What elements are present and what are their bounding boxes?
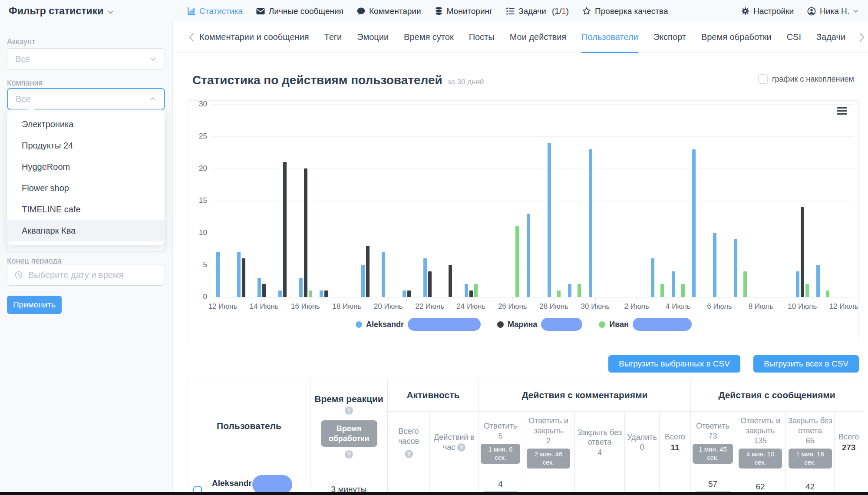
bar-иван-day26[interactable] bbox=[743, 271, 747, 297]
settings-label: Настройки bbox=[753, 7, 794, 16]
apply-button[interactable]: Применить bbox=[7, 296, 62, 314]
bar-марина-day13[interactable] bbox=[469, 290, 473, 297]
nav-item-личные-сообщения[interactable]: Личные сообщения bbox=[256, 7, 343, 16]
bar-иван-day18[interactable] bbox=[578, 284, 581, 297]
nav-item-комментарии[interactable]: Комментарии bbox=[356, 7, 421, 16]
tab-csi[interactable]: CSI bbox=[787, 22, 801, 53]
x-axis-label: 22 Июнь bbox=[410, 302, 449, 311]
sub-col-value: 135 bbox=[737, 436, 784, 446]
tab-пользователи[interactable]: Пользователи bbox=[581, 22, 638, 53]
sub-col-value: 65 bbox=[788, 436, 832, 446]
y-axis-label: 5 bbox=[191, 261, 207, 269]
bar-aleksandr-day24[interactable] bbox=[692, 149, 696, 297]
period-end-input[interactable]: Выберите дату и время bbox=[7, 264, 165, 286]
company-option[interactable]: Продукты 24 bbox=[7, 135, 165, 156]
legend-item-aleksandr[interactable]: Aleksandr bbox=[356, 318, 481, 331]
bar-марина-day4[interactable] bbox=[283, 162, 287, 297]
bar-иван-day17[interactable] bbox=[557, 290, 561, 297]
bar-aleksandr-day26[interactable] bbox=[734, 239, 737, 297]
bar-aleksandr-day3[interactable] bbox=[257, 278, 261, 297]
bar-aleksandr-day23[interactable] bbox=[672, 271, 675, 297]
bar-aleksandr-day10[interactable] bbox=[403, 290, 406, 297]
nav-item-задачи[interactable]: Задачи (1/1) bbox=[505, 7, 569, 16]
help-icon[interactable]: ? bbox=[345, 406, 353, 415]
tab-комментарии-и-сообщения[interactable]: Комментарии и сообщения bbox=[199, 22, 309, 53]
tab-экспорт[interactable]: Экспорт bbox=[653, 22, 686, 53]
bar-aleksandr-day16[interactable] bbox=[527, 214, 530, 297]
tab-задачи[interactable]: Задачи bbox=[816, 22, 845, 53]
bar-aleksandr-day6[interactable] bbox=[320, 290, 323, 297]
help-icon[interactable]: ? bbox=[457, 443, 465, 452]
bar-aleksandr-day17[interactable] bbox=[548, 143, 551, 297]
company-option[interactable]: Flower shop bbox=[7, 178, 165, 199]
bar-aleksandr-day18[interactable] bbox=[568, 284, 571, 297]
nav-item-мониторинг[interactable]: Мониторинг bbox=[434, 7, 492, 16]
tab-посты[interactable]: Посты bbox=[469, 22, 495, 53]
chart-menu-icon[interactable] bbox=[837, 107, 847, 116]
bar-марина-day12[interactable] bbox=[449, 265, 452, 297]
settings-button[interactable]: Настройки bbox=[741, 7, 794, 16]
company-option[interactable]: Аквапарк Ква bbox=[7, 220, 165, 241]
stacked-chart-checkbox[interactable]: график с накоплением bbox=[758, 74, 854, 84]
bar-aleksandr-day13[interactable] bbox=[465, 284, 468, 297]
bar-aleksandr-day5[interactable] bbox=[299, 278, 303, 297]
nav-item-проверка-качества[interactable]: Проверка качества bbox=[582, 7, 668, 16]
bar-aleksandr-day1[interactable] bbox=[216, 252, 220, 297]
legend-item-иван[interactable]: Иван bbox=[599, 318, 692, 331]
bar-иван-day22[interactable] bbox=[660, 284, 664, 297]
sub-col-всего-часов: Всего часов? bbox=[388, 412, 430, 473]
export-selected-csv-button[interactable]: Выгрузить выбранных в CSV bbox=[608, 355, 740, 373]
x-axis-tick bbox=[637, 297, 637, 300]
bar-иван-day15[interactable] bbox=[515, 226, 519, 297]
help-icon[interactable]: ? bbox=[405, 450, 413, 458]
bar-aleksandr-day8[interactable] bbox=[361, 265, 365, 297]
tabs-scroll-right-icon[interactable] bbox=[858, 33, 865, 42]
tab-теги[interactable]: Теги bbox=[324, 22, 342, 53]
company-option[interactable]: TIMELINE cafe bbox=[7, 199, 165, 220]
bar-aleksandr-day25[interactable] bbox=[713, 233, 716, 297]
bar-марина-day2[interactable] bbox=[242, 258, 245, 297]
table-row[interactable]: Aleksandr 3 минуты 4 57 62 bbox=[188, 473, 863, 492]
company-option[interactable]: Электроника bbox=[7, 114, 165, 135]
bar-марина-day8[interactable] bbox=[366, 246, 370, 297]
bar-марина-day6[interactable] bbox=[324, 290, 328, 297]
tab-эмоции[interactable]: Эмоции bbox=[357, 22, 389, 53]
x-axis-line bbox=[212, 297, 854, 297]
legend-item-марина[interactable]: Марина bbox=[497, 318, 582, 331]
account-select[interactable]: Все bbox=[7, 48, 165, 70]
bar-иван-day13[interactable] bbox=[474, 284, 478, 297]
bar-aleksandr-day9[interactable] bbox=[382, 252, 385, 297]
x-axis-tick bbox=[554, 297, 554, 300]
bar-марина-day29[interactable] bbox=[801, 207, 804, 297]
bar-марина-day5[interactable] bbox=[304, 168, 307, 297]
bar-aleksandr-day11[interactable] bbox=[423, 258, 427, 297]
user-menu[interactable]: Ника Н. bbox=[807, 7, 858, 16]
help-icon[interactable]: ? bbox=[345, 450, 353, 459]
bar-иван-day5[interactable] bbox=[309, 290, 312, 297]
bar-марина-day11[interactable] bbox=[428, 271, 432, 297]
nav-item-статистика[interactable]: Статистика bbox=[187, 7, 243, 16]
bar-aleksandr-day30[interactable] bbox=[816, 265, 820, 297]
company-option[interactable]: HyggeRoom bbox=[7, 156, 165, 178]
bar-aleksandr-day29[interactable] bbox=[796, 271, 799, 297]
tab-время-суток[interactable]: Время суток bbox=[404, 22, 454, 53]
bar-иван-day30[interactable] bbox=[826, 290, 829, 297]
bar-aleksandr-day2[interactable] bbox=[237, 252, 241, 297]
bar-иван-day23[interactable] bbox=[681, 284, 685, 297]
bar-иван-day29[interactable] bbox=[805, 284, 809, 297]
bar-марина-day3[interactable] bbox=[262, 284, 266, 297]
export-all-csv-button[interactable]: Выгрузить всех в CSV bbox=[753, 355, 859, 373]
x-axis-tick bbox=[802, 297, 803, 300]
sidebar-header[interactable]: Фильтр статистики bbox=[9, 0, 114, 22]
row-checkbox[interactable] bbox=[193, 486, 202, 492]
bar-aleksandr-day22[interactable] bbox=[651, 258, 654, 297]
sub-col-label: Ответить и закрыть bbox=[524, 416, 573, 436]
tab-мои-действия[interactable]: Мои действия bbox=[510, 22, 567, 53]
nav-item-label: Личные сообщения bbox=[269, 7, 343, 16]
bar-aleksandr-day4[interactable] bbox=[278, 290, 282, 297]
tab-время-обработки[interactable]: Время обработки bbox=[701, 22, 772, 53]
tabs-scroll-left-icon[interactable] bbox=[188, 33, 195, 42]
bar-марина-day10[interactable] bbox=[407, 290, 411, 297]
bar-aleksandr-day19[interactable] bbox=[589, 149, 592, 297]
nav-item-label: Комментарии bbox=[369, 7, 421, 16]
